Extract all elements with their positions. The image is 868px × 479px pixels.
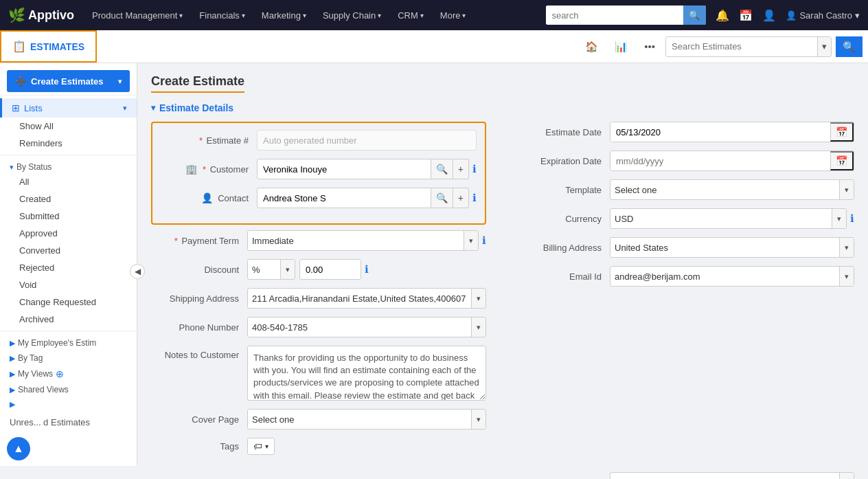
payment-term-select: Immediate ▾ [247,230,479,251]
top-navigation: 🌿 Apptivo Product Management ▾ Financial… [0,0,868,30]
contact-icon[interactable]: 👤 [762,9,776,22]
payment-term-info-icon[interactable]: ℹ [482,234,486,247]
contact-add-button[interactable]: + [453,188,469,208]
tags-button[interactable]: 🏷 ▾ [247,438,275,455]
customer-input[interactable] [257,159,431,179]
sidebar-item-reminders[interactable]: Reminders [0,135,137,152]
section-header-estimate-details[interactable]: ▾ Estimate Details [151,102,854,113]
cover-page-arrow-icon[interactable]: ▾ [471,410,486,429]
sidebar-status-converted[interactable]: Converted [0,242,137,259]
nav-more[interactable]: More ▾ [433,10,473,21]
sidebar-status-created[interactable]: Created [0,190,137,208]
customer-search-button[interactable]: 🔍 [431,159,453,179]
sidebar-status-archived[interactable]: Archived [0,311,137,328]
sidebar-group-my-views[interactable]: ▶ My Views ⊕ [0,364,137,381]
my-employees-arrow-icon: ▶ [10,339,15,348]
customer-input-group: 🔍 + [257,159,469,179]
currency-dropdown[interactable]: USD [610,209,832,228]
customer-row: 🏢 * Customer 🔍 + ℹ [161,159,477,179]
more-options-button[interactable]: ••• [638,37,661,56]
global-search-input[interactable] [546,5,683,25]
customer-add-button[interactable]: + [453,159,469,179]
discount-value-input[interactable] [299,259,361,280]
currency-row: Currency USD ▾ ℹ [514,208,854,229]
sidebar-status-rejected[interactable]: Rejected [0,259,137,276]
estimate-number-field: Auto generated number [257,130,477,151]
template-arrow-icon[interactable]: ▾ [839,180,854,199]
contact-info-icon[interactable]: ℹ [472,192,477,204]
logo[interactable]: 🌿 Apptivo [8,7,74,23]
search-estimates-input[interactable] [666,37,817,56]
notes-textarea[interactable]: Thanks for providing us the opportunity … [247,346,486,401]
billing-address-label: Billing Address [514,243,610,253]
sidebar-group-shared-views[interactable]: ▶ Shared Views [0,381,137,396]
search-estimates-button[interactable]: 🔍 [836,36,863,57]
sidebar-status-approved[interactable]: Approved [0,225,137,242]
customer-info-icon[interactable]: ℹ [472,163,477,175]
user-menu[interactable]: 👤 Sarah Castro ▾ [786,10,860,21]
search-estimates-dropdown-arrow[interactable]: ▾ [817,37,831,56]
sidebar-status-change-requested[interactable]: Change Requested [0,293,137,311]
home-button[interactable]: 🏠 [579,37,604,56]
payment-term-arrow-icon[interactable]: ▾ [464,231,478,250]
nav-crm[interactable]: CRM ▾ [391,10,431,21]
phone-number-dropdown[interactable]: 408-540-1785 [248,318,471,337]
phone-number-arrow-icon[interactable]: ▾ [471,318,486,337]
form-grid: * Estimate # Auto generated number 🏢 * C… [151,122,854,479]
email-id-dropdown[interactable]: andrea@berijam.com [610,267,839,286]
sidebar-item-show-all[interactable]: Show All [0,118,137,135]
bell-icon[interactable]: 🔔 [716,9,729,22]
terms-conditions-dropdown[interactable]: Select one [610,473,839,479]
customer-label: 🏢 * Customer [161,164,257,175]
nav-arrow-icon: ▾ [420,12,424,19]
sidebar-group-by-status[interactable]: ▾ By Status [0,158,137,173]
discount-info-icon[interactable]: ℹ [365,263,369,276]
nav-marketing[interactable]: Marketing ▾ [255,10,313,21]
nav-arrow-icon: ▾ [462,12,466,19]
cover-page-dropdown[interactable]: Select one [248,410,471,429]
billing-address-dropdown[interactable]: United States [610,238,839,257]
sidebar-item-lists[interactable]: ⊞ Lists ▾ [0,98,137,118]
collapse-sidebar-button[interactable]: ◀ [130,264,145,279]
sidebar-group-by-tag[interactable]: ▶ By Tag [0,349,137,364]
currency-info-icon[interactable]: ℹ [850,212,854,225]
sidebar-status-void[interactable]: Void [0,276,137,293]
calendar-icon[interactable]: 📅 [739,9,753,22]
nav-arrow-icon: ▾ [303,12,306,19]
estimate-date-calendar-button[interactable]: 📅 [830,122,854,142]
scroll-up-button[interactable]: ▲ [7,437,30,460]
shipping-address-dropdown[interactable]: 211 Arcadia,Hiranandani Estate,United St… [248,289,471,308]
shipping-address-arrow-icon[interactable]: ▾ [471,289,486,308]
contact-search-button[interactable]: 🔍 [431,188,453,208]
billing-address-arrow-icon[interactable]: ▾ [839,238,854,257]
add-view-icon[interactable]: ⊕ [56,368,64,379]
chart-button[interactable]: 📊 [608,37,634,56]
expiration-date-input[interactable] [610,151,830,170]
global-search-button[interactable]: 🔍 [683,5,706,25]
nav-supply-chain[interactable]: Supply Chain ▾ [316,10,388,21]
create-estimates-button[interactable]: ➕ Create Estimates ▾ [7,70,130,92]
sidebar-group-my-employees[interactable]: ▶ My Employee's Estim [0,334,137,349]
sidebar-status-submitted[interactable]: Submitted [0,208,137,225]
template-dropdown[interactable]: Select one [610,180,839,199]
sidebar-unresolved-label[interactable]: Unres... d Estimates [0,413,137,432]
email-id-arrow-icon[interactable]: ▾ [839,267,854,286]
discount-type-dropdown[interactable]: % [248,260,280,279]
payment-term-dropdown[interactable]: Immediate [248,231,464,250]
discount-type-arrow-icon[interactable]: ▾ [280,260,295,279]
payment-term-row: * Payment Term Immediate ▾ ℹ [151,230,486,251]
terms-conditions-arrow-icon[interactable]: ▾ [839,473,854,479]
estimates-tab[interactable]: 📋 ESTIMATES [0,30,97,63]
form-left-column: * Estimate # Auto generated number 🏢 * C… [151,122,507,479]
sidebar-status-all[interactable]: All [0,173,137,190]
expiration-date-calendar-button[interactable]: 📅 [830,151,854,170]
orange-box-section: * Estimate # Auto generated number 🏢 * C… [151,122,486,225]
nav-product-management[interactable]: Product Management ▾ [85,10,190,21]
currency-arrow-icon[interactable]: ▾ [832,209,846,228]
nav-financials[interactable]: Financials ▾ [192,10,252,21]
estimate-date-input[interactable] [610,122,830,142]
discount-group: % ▾ [247,259,361,280]
contact-input[interactable] [257,188,431,208]
estimate-date-row: Estimate Date 📅 [514,122,854,142]
sidebar-group-expand[interactable]: ▶ [0,396,137,410]
